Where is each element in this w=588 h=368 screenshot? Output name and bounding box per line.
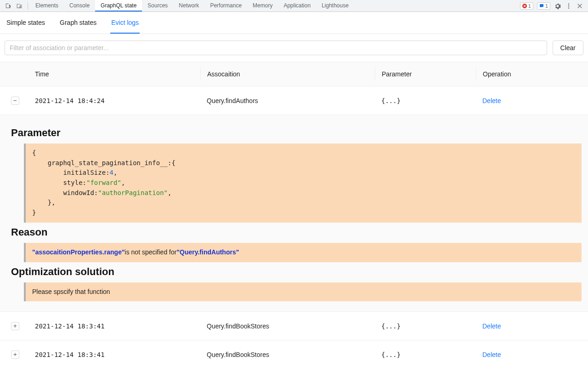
delete-link[interactable]: Delete (482, 322, 501, 330)
cell-association: Query.findAuthors (200, 97, 375, 104)
row-detail: Parameter { graphql_state_pagination_inf… (0, 115, 588, 312)
parameter-code-block: { graphql_state_pagination_info__:{ init… (24, 144, 582, 223)
panel-tab[interactable]: Evict logs (110, 12, 140, 34)
delete-link[interactable]: Delete (482, 97, 501, 104)
col-header-time: Time (30, 70, 200, 78)
inspect-icon[interactable] (5, 2, 12, 10)
svg-point-3 (568, 7, 569, 8)
reason-text: is not specified for (125, 248, 177, 256)
col-header-association: Assocaition (200, 68, 375, 80)
close-icon[interactable] (576, 2, 583, 10)
cell-parameter: {...} (375, 351, 476, 358)
settings-icon[interactable] (554, 2, 561, 10)
devtools-tabs: ElementsConsoleGraphQL stateSourcesNetwo… (30, 0, 354, 12)
detail-parameter-heading: Parameter (11, 127, 582, 139)
cell-time: 2021-12-14 18:4:24 (30, 97, 200, 104)
table-row: − 2021-12-14 18:4:24 Query.findAuthors {… (0, 86, 588, 115)
filter-input[interactable] (5, 40, 547, 55)
devtools-tab[interactable]: Console (64, 0, 95, 12)
svg-point-2 (568, 5, 569, 6)
reason-property: "assocaitionProperties.range" (32, 248, 125, 256)
expand-icon[interactable]: + (11, 351, 19, 359)
table-header: Time Assocaition Parameter Operation (0, 62, 588, 86)
devtools-tab[interactable]: Memory (247, 0, 278, 12)
svg-point-1 (568, 3, 569, 4)
devtools-tab[interactable]: Network (173, 0, 204, 12)
table-row: + 2021-12-14 18:3:41 Query.findBookStore… (0, 340, 588, 368)
filter-row: Clear (0, 34, 588, 62)
devtools-tab[interactable]: Performance (204, 0, 247, 12)
device-toggle-icon[interactable] (16, 2, 23, 10)
table-row: + 2021-12-14 18:3:41 Query.findBookStore… (0, 312, 588, 340)
solution-block: Please spscify that function (24, 282, 582, 302)
clear-button[interactable]: Clear (553, 40, 583, 55)
detail-solution-heading: Optimization solution (11, 266, 582, 278)
cell-association: Query.findBookStores (200, 351, 375, 358)
evict-log-table: Time Assocaition Parameter Operation − 2… (0, 62, 588, 368)
detail-reason-heading: Reason (11, 226, 582, 238)
panel-tab[interactable]: Simple states (6, 12, 46, 34)
devtools-tab[interactable]: Application (278, 0, 316, 12)
collapse-icon[interactable]: − (11, 97, 19, 105)
cell-association: Query.findBookStores (200, 322, 375, 330)
error-count: 1 (528, 3, 531, 9)
reason-block: "assocaitionProperties.range"is not spec… (24, 243, 582, 262)
devtools-tab-bar: ElementsConsoleGraphQL stateSourcesNetwo… (0, 0, 588, 12)
info-count: 1 (545, 3, 548, 9)
reason-target: "Query.findAuthors" (176, 248, 239, 256)
devtools-tab[interactable]: Lighthouse (316, 0, 354, 12)
col-header-parameter: Parameter (375, 68, 476, 80)
error-count-badge[interactable]: 1 (520, 2, 533, 10)
devtools-tab[interactable]: Sources (142, 0, 173, 12)
cell-time: 2021-12-14 18:3:41 (30, 351, 200, 358)
col-header-operation: Operation (476, 68, 588, 80)
devtools-tab[interactable]: Elements (30, 0, 64, 12)
devtools-tab[interactable]: GraphQL state (95, 0, 142, 12)
panel-tabs: Simple statesGraph statesEvict logs (0, 12, 588, 34)
kebab-menu-icon[interactable] (565, 2, 572, 10)
cell-time: 2021-12-14 18:3:41 (30, 322, 200, 330)
delete-link[interactable]: Delete (482, 351, 501, 358)
info-count-badge[interactable]: 1 (537, 2, 550, 10)
panel-tab[interactable]: Graph states (59, 12, 97, 34)
cell-parameter: {...} (375, 322, 476, 330)
expand-icon[interactable]: + (11, 322, 19, 330)
cell-parameter: {...} (375, 97, 476, 104)
